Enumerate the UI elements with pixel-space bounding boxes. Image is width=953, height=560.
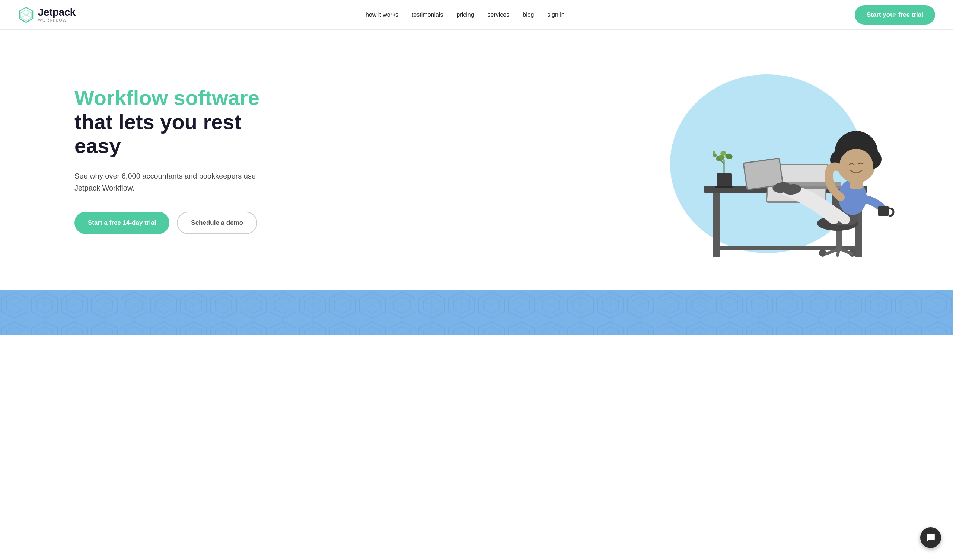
footer-strip [0,290,953,335]
hero-buttons: Start a free 14-day trial Schedule a dem… [75,212,268,234]
nav-blog[interactable]: blog [523,12,534,18]
hero-title-rest: that lets you rest easy [75,110,241,157]
hero-title: Workflow software that lets you rest eas… [75,86,268,158]
svg-line-6 [19,15,26,19]
svg-rect-43 [849,178,863,189]
svg-rect-12 [716,186,733,188]
svg-point-42 [840,149,873,182]
logo-name: Jetpack [38,7,76,17]
nav-services[interactable]: services [488,12,510,18]
logo[interactable]: Jetpack Workflow [18,7,76,23]
hero-text: Workflow software that lets you rest eas… [75,86,268,234]
svg-point-19 [712,151,716,154]
nav-cta-button[interactable]: Start your free trial [855,5,935,25]
start-trial-button[interactable]: Start a free 14-day trial [75,212,169,234]
hero-subtitle: See why over 6,000 accountants and bookk… [75,170,268,194]
nav-links: how it works testimonials pricing servic… [366,12,565,18]
svg-rect-52 [0,290,953,335]
desk-scene-svg [655,63,908,257]
nav-how-it-works[interactable]: how it works [366,12,398,18]
hero-title-green: Workflow software [75,86,259,109]
logo-sub: Workflow [38,18,76,22]
svg-rect-11 [717,173,731,187]
svg-line-5 [26,15,33,19]
logo-icon [18,7,34,23]
svg-line-32 [838,248,839,255]
schedule-demo-button[interactable]: Schedule a demo [177,212,257,234]
footer-pattern [0,290,953,335]
svg-rect-44 [878,206,889,216]
nav-testimonials[interactable]: testimonials [412,12,443,18]
nav-sign-in[interactable]: sign in [548,12,565,18]
hero-illustration [655,63,908,257]
hero-section: Workflow software that lets you rest eas… [0,30,953,290]
nav-pricing[interactable]: pricing [456,12,474,18]
navbar: Jetpack Workflow how it works testimonia… [0,0,953,30]
